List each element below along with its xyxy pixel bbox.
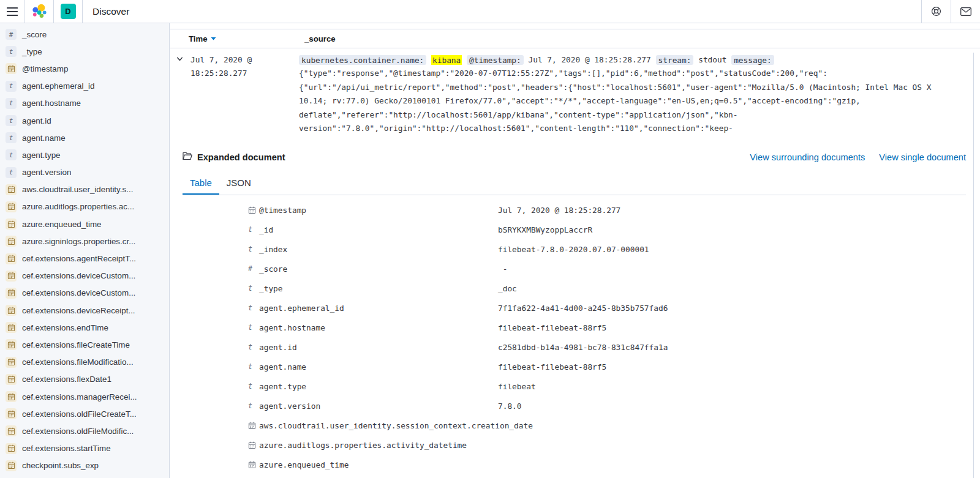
sidebar-field-item[interactable]: aws.cloudtrail.user_identity.s... (0, 181, 169, 198)
scrollbar-track[interactable] (973, 53, 974, 478)
string-type-icon: t (6, 149, 17, 160)
detail-field-name: agent.type (259, 382, 498, 391)
calendar-icon (6, 288, 17, 299)
sidebar-field-label: agent.name (22, 133, 66, 143)
sidebar-field-item[interactable]: checkpoint.subs_exp (0, 457, 169, 474)
sidebar-field-item[interactable]: tagent.ephemeral_id (0, 78, 169, 95)
sidebar-field-item[interactable]: @timestamp (0, 60, 169, 77)
tab-json[interactable]: JSON (219, 173, 258, 195)
string-type-icon: t (248, 403, 259, 410)
detail-field-value: Jul 7, 2020 @ 18:25:28.277 (498, 206, 980, 215)
string-type-icon: t (248, 285, 259, 293)
sidebar-field-item[interactable]: cef.extensions.deviceCustom... (0, 285, 169, 302)
sidebar-field-item[interactable]: cef.extensions.agentReceiptT... (0, 250, 169, 267)
expanded-document-title: Expanded document (197, 152, 285, 162)
time-column-label: Time (189, 34, 208, 43)
detail-field-value: filebeat-filebeat-88rf5 (498, 362, 980, 372)
source-column-header: _source (304, 34, 336, 43)
detail-row: t_indexfilebeat-7.8.0-2020.07.07-000001 (248, 239, 980, 259)
detail-field-value: c2581dbd-b14a-4981-bc78-831c847ffa1a (498, 343, 980, 352)
detail-field-value: - (498, 264, 980, 274)
menu-icon[interactable] (0, 0, 24, 23)
sidebar-field-label: cef.extensions.oldFileModific... (22, 427, 134, 436)
source-field-badge: kubernetes.container.name: (299, 55, 426, 65)
sidebar-field-label: cef.extensions.fileModificatio... (22, 357, 134, 367)
sidebar-field-item[interactable]: cef.extensions.deviceCustom... (0, 267, 169, 285)
sidebar-field-item[interactable]: cef.extensions.oldFileModific... (0, 422, 169, 439)
field-sidebar: #_scoret_type@timestamptagent.ephemeral_… (0, 23, 170, 478)
sidebar-field-item[interactable]: cef.extensions.endTime (0, 319, 169, 336)
string-type-icon: t (6, 132, 17, 143)
sidebar-field-item[interactable]: tagent.type (0, 146, 169, 163)
calendar-icon (6, 391, 17, 402)
sidebar-field-item[interactable]: t_type (0, 43, 169, 60)
detail-row: aws.cloudtrail.user_identity.session_con… (248, 416, 980, 435)
source-field-badge: stream: (656, 55, 694, 65)
view-single-document-link[interactable]: View single document (879, 152, 966, 162)
calendar-icon (248, 422, 259, 430)
detail-row: tagent.typefilebeat (248, 376, 980, 396)
detail-field-value: filebeat (498, 382, 980, 391)
sidebar-field-label: cef.extensions.managerRecei... (22, 392, 137, 401)
calendar-icon (6, 236, 17, 247)
document-timestamp: Jul 7, 2020 @ 18:25:28.277 (190, 53, 299, 135)
calendar-icon (6, 460, 17, 471)
sidebar-field-item[interactable]: azure.enqueued_time (0, 215, 169, 233)
detail-field-name: _score (259, 264, 498, 274)
sidebar-field-label: agent.version (22, 168, 71, 177)
sidebar-field-item[interactable]: cef.extensions.flexDate1 (0, 371, 169, 388)
source-field-value: Jul 7, 2020 @ 18:25:28.277 (528, 55, 650, 64)
detail-row: azure.enqueued_time (248, 455, 980, 474)
detail-field-name: _id (259, 225, 498, 234)
document-detail-table: @timestampJul 7, 2020 @ 18:25:28.277t_id… (248, 200, 980, 474)
detail-tabs: TableJSON (183, 173, 966, 195)
detail-field-name: @timestamp (259, 206, 498, 215)
string-type-icon: t (248, 226, 259, 234)
document-source: kubernetes.container.name: kibana @times… (299, 53, 943, 135)
mail-icon[interactable] (951, 0, 980, 23)
sidebar-field-item[interactable]: tagent.version (0, 164, 169, 181)
string-type-icon: t (6, 81, 17, 92)
sidebar-field-label: azure.signinlogs.properties.cr... (22, 237, 135, 246)
sidebar-field-label: _type (22, 47, 42, 56)
expanded-document-section: Expanded document View surrounding docum… (170, 152, 980, 474)
sidebar-field-item[interactable]: tagent.name (0, 129, 169, 146)
sidebar-field-item[interactable]: cef.extensions.fileModificatio... (0, 354, 169, 371)
detail-field-value: 7.8.0 (498, 401, 980, 411)
sidebar-field-item[interactable]: cef.extensions.managerRecei... (0, 388, 169, 405)
sidebar-field-item[interactable]: cef.extensions.startTime (0, 440, 169, 457)
sidebar-field-item[interactable]: tagent.hostname (0, 95, 169, 112)
app-header: D Discover (0, 0, 980, 23)
sidebar-field-label: cef.extensions.agentReceiptT... (22, 254, 136, 263)
detail-row: tagent.hostnamefilebeat-filebeat-88rf5 (248, 318, 980, 337)
sidebar-field-label: cef.extensions.startTime (22, 444, 111, 453)
sidebar-field-item[interactable]: cef.extensions.fileCreateTime (0, 336, 169, 353)
elastic-logo[interactable] (25, 0, 53, 23)
sidebar-field-item[interactable]: azure.signinlogs.properties.cr... (0, 233, 169, 250)
sidebar-field-label: cef.extensions.deviceCustom... (22, 271, 135, 280)
detail-field-name: agent.name (259, 362, 498, 372)
sidebar-field-item[interactable]: #_score (0, 26, 169, 43)
calendar-icon (248, 461, 259, 469)
view-surrounding-documents-link[interactable]: View surrounding documents (750, 152, 865, 162)
calendar-icon (248, 206, 259, 214)
sidebar-field-item[interactable]: tagent.id (0, 112, 169, 129)
help-icon[interactable] (922, 0, 951, 23)
time-column-header[interactable]: Time (189, 34, 304, 43)
string-type-icon: t (248, 305, 259, 312)
string-type-icon: t (248, 364, 259, 371)
detail-field-name: agent.id (259, 343, 498, 352)
tab-table[interactable]: Table (183, 173, 219, 195)
detail-field-name: _index (259, 245, 498, 254)
sidebar-field-item[interactable]: azure.auditlogs.properties.ac... (0, 198, 169, 215)
collapse-row-icon[interactable] (175, 55, 184, 65)
space-badge[interactable]: D (61, 4, 76, 19)
sidebar-field-item[interactable]: cef.extensions.oldFileCreateT... (0, 405, 169, 422)
detail-field-value: bSRYKXMBWyzoppLaccrR (498, 225, 980, 234)
calendar-icon (248, 441, 259, 449)
source-field-value: {"type":"response","@timestamp":"2020-07… (299, 69, 931, 133)
sidebar-field-item[interactable]: cef.extensions.deviceReceipt... (0, 302, 169, 319)
detail-row: tagent.ephemeral_id7f1fa622-4a41-4d00-a2… (248, 298, 980, 318)
calendar-icon (6, 443, 17, 454)
sidebar-field-label: agent.ephemeral_id (22, 81, 94, 91)
